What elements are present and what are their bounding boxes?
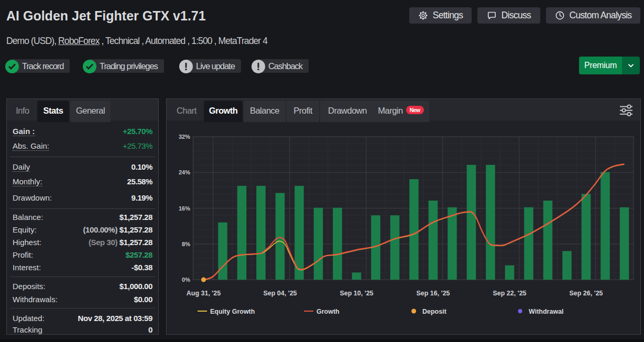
- svg-text:Growth: Growth: [316, 308, 340, 315]
- svg-text:16%: 16%: [179, 205, 190, 212]
- svg-text:Sep 04, '25: Sep 04, '25: [263, 290, 297, 297]
- svg-text:24%: 24%: [179, 169, 190, 175]
- svg-text:Withdrawal: Withdrawal: [529, 308, 564, 315]
- svg-text:32%: 32%: [179, 134, 190, 140]
- svg-text:Deposit: Deposit: [422, 308, 447, 315]
- svg-text:8%: 8%: [182, 241, 190, 247]
- svg-text:Aug 31, '25: Aug 31, '25: [187, 290, 221, 297]
- svg-text:Sep 16, '25: Sep 16, '25: [416, 290, 450, 297]
- svg-text:Sep 22, '25: Sep 22, '25: [493, 290, 526, 297]
- svg-text:Equity Growth: Equity Growth: [210, 308, 255, 315]
- svg-text:0%: 0%: [182, 277, 190, 283]
- svg-text:Sep 10, '25: Sep 10, '25: [340, 290, 373, 297]
- svg-text:Sep 26, '25: Sep 26, '25: [569, 290, 603, 297]
